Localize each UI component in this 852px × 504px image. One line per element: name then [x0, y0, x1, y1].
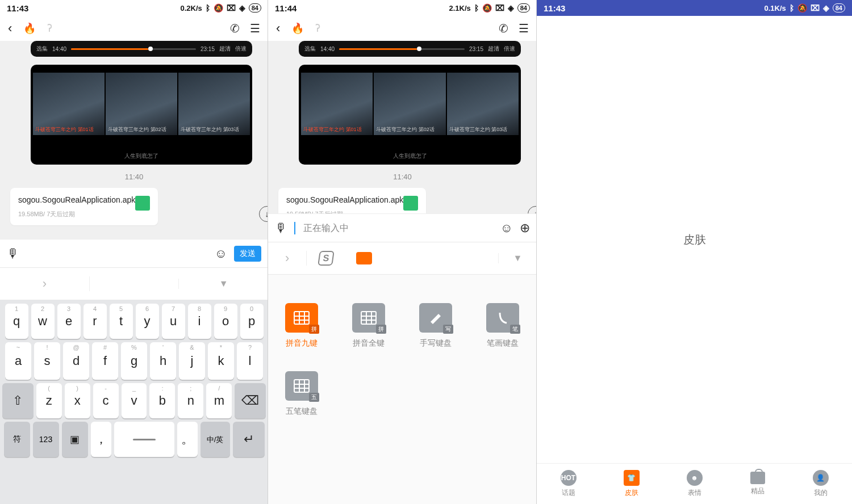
- number-key[interactable]: 123: [33, 422, 59, 457]
- mic-icon[interactable]: 🎙: [7, 246, 19, 261]
- suggestion-dropdown[interactable]: ▼: [178, 279, 268, 289]
- video-thumb[interactable]: 斗破苍穹三年之约 第02话: [374, 73, 445, 135]
- fire-icon[interactable]: 🔥: [23, 22, 36, 35]
- keyboard-mode-label: 手写键盘: [420, 338, 452, 348]
- comma-key[interactable]: ，: [91, 422, 111, 457]
- space-key[interactable]: [114, 422, 174, 457]
- key-l[interactable]: ?l: [237, 342, 263, 380]
- tab-精品[interactable]: 精品: [726, 464, 789, 504]
- key-p[interactable]: 0p: [240, 304, 264, 339]
- key-m[interactable]: /m: [206, 383, 232, 418]
- key-w[interactable]: 2w: [31, 304, 55, 339]
- mic-icon[interactable]: 🎙: [275, 221, 287, 236]
- shift-key[interactable]: ⇧: [2, 383, 34, 418]
- video-message[interactable]: 斗破苍穹三年之约 第01话 斗破苍穹三年之约 第02话 斗破苍穹三年之约 第03…: [299, 65, 521, 165]
- key-e[interactable]: 3e: [57, 304, 81, 339]
- back-icon[interactable]: ‹: [8, 21, 12, 36]
- video-message-top[interactable]: 选集 14:40 23:15 超清 倍速: [31, 41, 252, 57]
- key-r[interactable]: 4r: [83, 304, 107, 339]
- period-key[interactable]: 。: [177, 422, 198, 457]
- tab-话题[interactable]: HOT 话题: [537, 464, 600, 504]
- file-name: sogou.SogouRealApplication.apk: [286, 195, 418, 205]
- bottom-tab-bar: HOT 话题 👕 皮肤 ☻ 表情 精品 👤 我的: [537, 463, 852, 504]
- keyboard-mode-五笔键盘[interactable]: 五 五笔键盘: [278, 371, 325, 417]
- key-i[interactable]: 8i: [188, 304, 211, 339]
- svg-rect-10: [294, 380, 309, 392]
- close-box-icon: ⌧: [495, 3, 504, 12]
- keyboard-mode-手写键盘[interactable]: 写 手写键盘: [412, 303, 459, 348]
- key-d[interactable]: @d: [63, 342, 89, 380]
- enter-key[interactable]: ↵: [233, 422, 265, 457]
- tab-icon: 👤: [813, 470, 829, 486]
- video-thumb[interactable]: 斗破苍穹三年之约 第01话: [33, 73, 105, 135]
- phone-icon[interactable]: ✆: [499, 22, 508, 35]
- chat-timestamp: 11:40: [16, 173, 252, 181]
- suggestion-expand[interactable]: ›: [0, 276, 90, 291]
- plus-icon[interactable]: ⊕: [520, 221, 530, 236]
- emoji-icon[interactable]: ☺: [215, 246, 227, 261]
- symbol-key[interactable]: 符: [4, 422, 30, 457]
- cn-en-key[interactable]: 中/英: [201, 422, 230, 457]
- file-message[interactable]: sogou.SogouRealApplication.apk 19.58MB/ …: [10, 188, 158, 225]
- download-button[interactable]: ↓: [528, 206, 537, 213]
- key-o[interactable]: 9o: [214, 304, 237, 339]
- chat-body[interactable]: 选集 14:40 23:15 超清 倍速 斗破苍穹三年之约 第01话 斗破苍穹三…: [268, 41, 537, 213]
- key-b[interactable]: :b: [149, 383, 175, 418]
- suggestion-expand[interactable]: ›: [268, 251, 307, 266]
- key-k[interactable]: *k: [208, 342, 234, 380]
- key-g[interactable]: %g: [121, 342, 147, 380]
- battery-icon: 84: [833, 3, 845, 12]
- video-thumb[interactable]: 斗破苍穹三年之约 第02话: [106, 73, 177, 135]
- keyboard-icon[interactable]: [345, 252, 383, 264]
- download-button[interactable]: ↓: [259, 206, 268, 222]
- tab-皮肤[interactable]: 👕 皮肤: [600, 464, 663, 504]
- suggestion-dropdown[interactable]: ▼: [498, 253, 537, 263]
- video-thumb[interactable]: 斗破苍穹三年之约 第01话: [301, 73, 373, 135]
- keyboard-mode-拼音九键[interactable]: 拼 拼音九键: [278, 303, 325, 348]
- key-u[interactable]: 7u: [162, 304, 185, 339]
- ear-icon[interactable]: ʔ: [315, 22, 320, 35]
- key-t[interactable]: 5t: [110, 304, 133, 339]
- sogou-logo-icon[interactable]: S: [307, 251, 345, 266]
- chat-body[interactable]: 选集 14:40 23:15 超清 倍速 斗破苍穹三年之约 第01话 斗破苍穹三…: [0, 41, 268, 239]
- backspace-key[interactable]: ⌫: [235, 383, 266, 418]
- fire-icon[interactable]: 🔥: [291, 22, 304, 35]
- key-s[interactable]: !s: [34, 342, 60, 380]
- key-v[interactable]: _v: [122, 383, 147, 418]
- tab-icon: HOT: [561, 470, 577, 486]
- keyboard-mode-拼音全键[interactable]: 拼 拼音全键: [345, 303, 392, 348]
- keyboard-mode-panel: 拼 拼音九键 拼 拼音全键 写 手写键盘 笔 笔画键盘 五 五笔键盘: [268, 275, 537, 504]
- keyboard-mode-icon: 笔: [486, 303, 519, 333]
- back-icon[interactable]: ‹: [276, 21, 280, 36]
- keyboard-mode-icon: 拼: [285, 303, 318, 333]
- key-j[interactable]: &j: [179, 342, 205, 380]
- key-y[interactable]: 6y: [136, 304, 159, 339]
- tab-我的[interactable]: 👤 我的: [789, 464, 852, 504]
- phone-icon[interactable]: ✆: [230, 22, 240, 35]
- chat-input[interactable]: [302, 220, 494, 237]
- send-button[interactable]: 发送: [234, 246, 261, 262]
- menu-icon[interactable]: ☰: [519, 22, 529, 35]
- key-q[interactable]: 1q: [5, 304, 28, 339]
- apk-icon: [403, 196, 418, 211]
- wifi-icon: ◈: [508, 3, 514, 12]
- emoji-icon[interactable]: ☺: [500, 221, 513, 236]
- key-z[interactable]: (z: [36, 383, 62, 418]
- keyboard-mode-笔画键盘[interactable]: 笔 笔画键盘: [479, 303, 526, 348]
- video-message-top[interactable]: 选集 14:40 23:15 超清 倍速: [299, 41, 521, 57]
- key-n[interactable]: ;n: [178, 383, 203, 418]
- key-f[interactable]: #f: [92, 342, 118, 380]
- lang-toggle-key[interactable]: ▣: [62, 422, 88, 457]
- video-thumb[interactable]: 斗破苍穹三年之约 第03话: [178, 73, 250, 135]
- video-message[interactable]: 斗破苍穹三年之约 第01话 斗破苍穹三年之约 第02话 斗破苍穹三年之约 第03…: [31, 65, 252, 165]
- key-h[interactable]: 'h: [150, 342, 176, 380]
- video-thumb[interactable]: 斗破苍穹三年之约 第03话: [447, 73, 519, 135]
- file-message[interactable]: sogou.SogouRealApplication.apk 19.58MB/ …: [278, 188, 426, 213]
- menu-icon[interactable]: ☰: [250, 22, 260, 35]
- tab-label: 话题: [562, 488, 575, 498]
- ear-icon[interactable]: ʔ: [47, 22, 52, 35]
- key-x[interactable]: )x: [65, 383, 90, 418]
- key-a[interactable]: ~a: [5, 342, 31, 380]
- key-c[interactable]: -c: [93, 383, 119, 418]
- tab-表情[interactable]: ☻ 表情: [663, 464, 726, 504]
